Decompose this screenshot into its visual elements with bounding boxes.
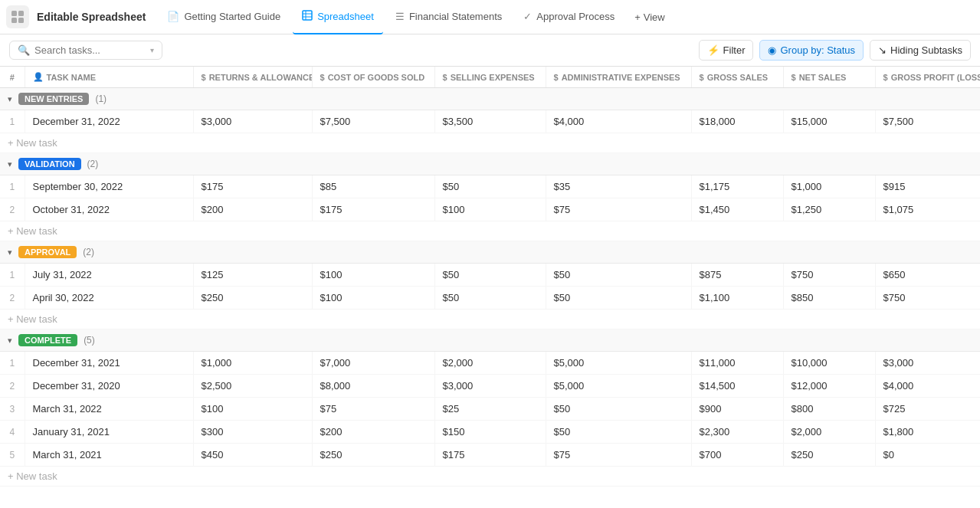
net-sales-value: $15,000: [783, 110, 875, 133]
filter-button[interactable]: ⚡ Filter: [699, 40, 754, 61]
col-gross-sales-header: $ GROSS SALES: [691, 67, 783, 88]
group-row-new-entries: ▾ NEW ENTRIES (1): [0, 88, 980, 110]
new-task-row-approval[interactable]: + New task: [0, 310, 980, 329]
selling-value: $50: [434, 264, 546, 287]
plus-icon: +: [634, 11, 641, 23]
add-view-button[interactable]: + View: [627, 7, 673, 28]
gross-sales-value: $700: [691, 444, 783, 467]
selling-value: $25: [434, 398, 546, 421]
tab-financial-statements[interactable]: ☰ Financial Statements: [386, 0, 511, 34]
row-num: 1: [0, 352, 25, 375]
gross-sales-value: $1,175: [691, 175, 783, 198]
col-admin-header: $ ADMINISTRATIVE EXPENSES: [546, 67, 691, 88]
row-num: 3: [0, 398, 25, 421]
task-name[interactable]: October 31, 2022: [25, 198, 193, 221]
dollar-icon: $: [700, 73, 704, 82]
admin-value: $50: [546, 421, 691, 444]
admin-value: $5,000: [546, 375, 691, 398]
new-task-row-complete[interactable]: + New task: [0, 467, 980, 487]
group-count: (2): [83, 247, 94, 257]
new-task-row-new-entries[interactable]: + New task: [0, 133, 980, 153]
search-box[interactable]: 🔍 ▾: [9, 41, 162, 60]
dollar-icon: $: [554, 73, 559, 82]
net-sales-value: $750: [783, 264, 875, 287]
admin-value: $75: [546, 444, 691, 467]
table-row: 2 April 30, 2022 $250 $100 $50 $50 $1,10…: [0, 287, 980, 310]
task-name[interactable]: December 31, 2022: [25, 110, 193, 133]
chevron-icon[interactable]: ▾: [8, 159, 12, 169]
person-icon: 👤: [33, 72, 44, 82]
selling-value: $50: [434, 175, 546, 198]
search-input[interactable]: [34, 44, 146, 56]
subtasks-icon: ↘: [878, 44, 887, 56]
cogs-value: $100: [312, 264, 434, 287]
col-selling-header: $ SELLING EXPENSES: [434, 67, 546, 88]
gross-sales-value: $2,300: [691, 421, 783, 444]
dollar-icon: $: [320, 73, 325, 82]
returns-value: $100: [193, 398, 312, 421]
main-table: # 👤 TASK NAME $ RETURNS & ALLOWANCES $: [0, 67, 980, 487]
table-row: 1 December 31, 2022 $3,000 $7,500 $3,500…: [0, 110, 980, 133]
gross-profit-value: $3,000: [875, 352, 980, 375]
row-num: 5: [0, 444, 25, 467]
net-sales-value: $1,000: [783, 175, 875, 198]
col-task-header: 👤 TASK NAME: [25, 67, 193, 88]
gross-sales-value: $900: [691, 398, 783, 421]
cogs-value: $85: [312, 175, 434, 198]
tab-spreadsheet[interactable]: Spreadsheet: [293, 0, 383, 34]
group-count: (2): [87, 159, 99, 169]
top-navigation: Editable Spreadsheet 📄 Getting Started G…: [0, 0, 980, 34]
table-row: 4 January 31, 2021 $300 $200 $150 $50 $2…: [0, 421, 980, 444]
table-row: 1 July 31, 2022 $125 $100 $50 $50 $875 $…: [0, 264, 980, 287]
svg-rect-4: [303, 11, 312, 20]
check-icon: ✓: [523, 11, 532, 22]
tab-approval-process[interactable]: ✓ Approval Process: [514, 0, 624, 34]
col-net-sales-header: $ NET SALES: [783, 67, 875, 88]
new-task-row-validation[interactable]: + New task: [0, 221, 980, 241]
chevron-icon[interactable]: ▾: [8, 336, 12, 346]
tab-getting-started[interactable]: 📄 Getting Started Guide: [158, 0, 290, 34]
task-name[interactable]: April 30, 2022: [25, 287, 193, 310]
net-sales-value: $2,000: [783, 421, 875, 444]
cogs-value: $100: [312, 287, 434, 310]
app-title: Editable Spreadsheet: [37, 11, 146, 23]
task-name[interactable]: December 31, 2021: [25, 352, 193, 375]
group-count: (5): [84, 335, 95, 346]
group-row-validation: ▾ VALIDATION (2): [0, 153, 980, 175]
svg-rect-3: [18, 18, 24, 23]
admin-value: $50: [546, 398, 691, 421]
selling-value: $3,000: [434, 375, 546, 398]
gross-profit-value: $725: [875, 398, 980, 421]
group-by-button[interactable]: ◉ Group by: Status: [759, 40, 864, 61]
selling-value: $50: [434, 287, 546, 310]
task-name[interactable]: December 31, 2020: [25, 375, 193, 398]
group-icon: ◉: [768, 44, 776, 56]
task-name[interactable]: March 31, 2022: [25, 398, 193, 421]
dollar-icon: $: [443, 73, 447, 82]
spreadsheet-icon: [302, 10, 313, 23]
col-returns-header: $ RETURNS & ALLOWANCES: [193, 67, 312, 88]
admin-value: $5,000: [546, 352, 691, 375]
net-sales-value: $12,000: [783, 375, 875, 398]
group-badge: APPROVAL: [18, 246, 77, 258]
list-icon: ☰: [395, 11, 405, 22]
selling-value: $3,500: [434, 110, 546, 133]
chevron-icon[interactable]: ▾: [8, 94, 12, 104]
gross-sales-value: $1,100: [691, 287, 783, 310]
task-name[interactable]: July 31, 2022: [25, 264, 193, 287]
task-name[interactable]: January 31, 2021: [25, 421, 193, 444]
returns-value: $450: [193, 444, 312, 467]
svg-rect-2: [11, 18, 17, 23]
hiding-subtasks-button[interactable]: ↘ Hiding Subtasks: [870, 40, 971, 61]
table-row: 1 December 31, 2021 $1,000 $7,000 $2,000…: [0, 352, 980, 375]
gross-sales-value: $875: [691, 264, 783, 287]
task-name[interactable]: March 31, 2021: [25, 444, 193, 467]
returns-value: $175: [193, 175, 312, 198]
returns-value: $1,000: [193, 352, 312, 375]
selling-value: $150: [434, 421, 546, 444]
gross-profit-value: $750: [875, 287, 980, 310]
cogs-value: $75: [312, 398, 434, 421]
gross-profit-value: $1,075: [875, 198, 980, 221]
task-name[interactable]: September 30, 2022: [25, 175, 193, 198]
chevron-icon[interactable]: ▾: [8, 247, 12, 257]
